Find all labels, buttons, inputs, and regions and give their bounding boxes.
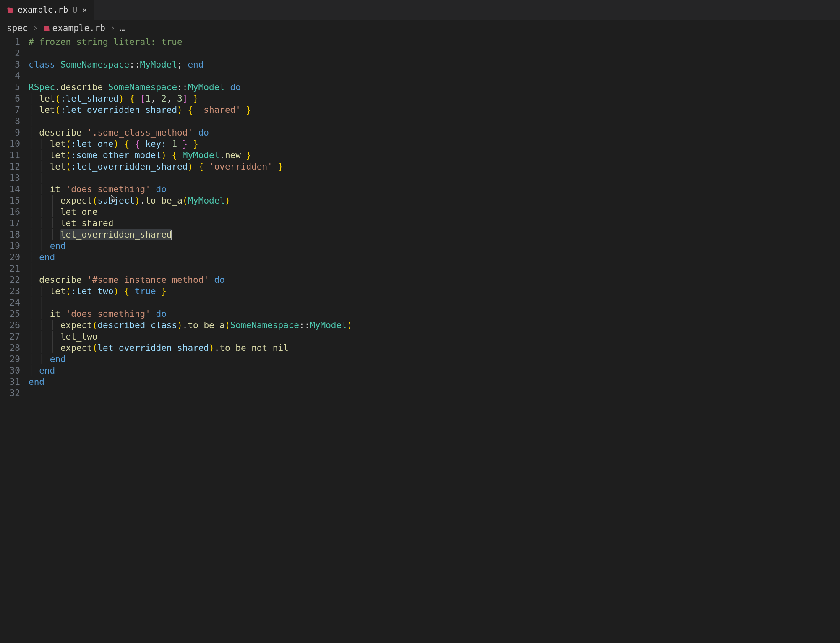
- line-number: 9: [0, 127, 20, 139]
- code-token: let_one: [60, 207, 98, 217]
- code-token: describe: [60, 82, 103, 92]
- code-token: let_two: [60, 332, 98, 342]
- code-token: be_a: [161, 196, 183, 206]
- code-token: SomeNamespace: [60, 60, 129, 70]
- breadcrumb-folder[interactable]: spec: [7, 23, 28, 34]
- code-token: (: [66, 150, 71, 160]
- code-token: be_not_nil: [235, 343, 288, 353]
- code-token: .: [140, 196, 146, 206]
- breadcrumb-file[interactable]: example.rb: [42, 23, 105, 34]
- line-number: 20: [0, 252, 20, 263]
- code-token: let_overridden_shared: [60, 230, 172, 240]
- line-number: 2: [0, 48, 20, 59]
- code-token: .: [219, 150, 225, 160]
- code-token: :some_other_model: [71, 150, 161, 160]
- code-token: }: [193, 139, 198, 149]
- line-number: 6: [0, 93, 20, 105]
- code-token: MyModel: [310, 320, 347, 330]
- code-token: MyModel: [140, 60, 177, 70]
- code-token: be_a: [203, 320, 225, 330]
- code-token: SomeNamespace: [230, 320, 299, 330]
- tab-bar: example.rb U ×: [0, 0, 840, 20]
- line-number: 4: [0, 71, 20, 82]
- chevron-right-icon: [110, 23, 115, 34]
- code-token: true: [135, 286, 156, 296]
- code-token: :let_shared: [60, 94, 119, 104]
- code-token: 1: [145, 94, 151, 104]
- line-number: 27: [0, 331, 20, 342]
- line-number: 17: [0, 218, 20, 229]
- code-token: .: [55, 82, 60, 92]
- code-token: described_class: [97, 320, 177, 330]
- code-token: describe: [39, 128, 81, 138]
- code-token: it: [50, 309, 60, 319]
- code-content[interactable]: # frozen_string_literal: true class Some…: [29, 37, 840, 399]
- breadcrumb-ellipsis[interactable]: …: [120, 23, 125, 34]
- code-token: {: [129, 94, 135, 104]
- line-number: 28: [0, 342, 20, 354]
- code-token: describe: [39, 275, 81, 285]
- code-token: expect: [60, 320, 92, 330]
- code-token: 'shared': [198, 105, 241, 115]
- code-token: # frozen_string_literal: true: [29, 37, 183, 47]
- line-number: 21: [0, 263, 20, 274]
- code-token: ): [225, 196, 230, 206]
- code-token: do: [214, 275, 225, 285]
- line-number: 25: [0, 308, 20, 320]
- code-token: {: [124, 139, 130, 149]
- line-number: 24: [0, 297, 20, 308]
- code-token: let: [50, 286, 66, 296]
- code-token: .: [183, 320, 188, 330]
- code-token: RSpec: [29, 82, 55, 92]
- code-token: it: [50, 184, 60, 194]
- code-token: ): [113, 139, 119, 149]
- code-token: ::: [129, 60, 140, 70]
- code-token: (: [66, 162, 71, 172]
- line-number: 12: [0, 161, 20, 173]
- code-token: ]: [183, 94, 188, 104]
- code-token: class: [29, 60, 55, 70]
- code-token: key:: [145, 139, 167, 149]
- code-token: let: [50, 150, 66, 160]
- code-token: MyModel: [188, 196, 225, 206]
- code-token: ): [209, 343, 214, 353]
- code-token: :let_two: [71, 286, 113, 296]
- line-number: 32: [0, 388, 20, 399]
- code-token: do: [156, 184, 167, 194]
- code-token: ): [119, 94, 124, 104]
- code-token: to: [145, 196, 156, 206]
- line-number: 13: [0, 173, 20, 184]
- line-number: 14: [0, 184, 20, 195]
- code-token: {: [135, 139, 140, 149]
- code-token: (: [183, 196, 188, 206]
- code-token: end: [50, 354, 66, 364]
- line-number: 3: [0, 59, 20, 71]
- code-token: (: [92, 196, 98, 206]
- code-token: :let_overridden_shared: [71, 162, 188, 172]
- code-token: }: [246, 150, 252, 160]
- text-cursor: [171, 230, 172, 240]
- tab-example-rb[interactable]: example.rb U ×: [0, 0, 95, 20]
- code-token: '.some_class_method': [87, 128, 193, 138]
- code-token: end: [188, 60, 203, 70]
- code-editor[interactable]: 1 2 3 4 5 6 7 8 9 10 11 12 13 14 15 16 1…: [0, 37, 840, 399]
- code-token: ::: [177, 82, 188, 92]
- code-token: let: [50, 139, 66, 149]
- tab-filename: example.rb: [18, 5, 68, 16]
- code-token: ,: [167, 94, 172, 104]
- code-token: expect: [60, 196, 92, 206]
- code-token: }: [193, 94, 198, 104]
- code-token: {: [198, 162, 204, 172]
- code-token: MyModel: [183, 150, 220, 160]
- code-token: 3: [177, 94, 183, 104]
- breadcrumb: spec example.rb …: [0, 20, 840, 37]
- code-token: ,: [151, 94, 156, 104]
- code-token: to: [188, 320, 198, 330]
- code-token: 2: [161, 94, 167, 104]
- close-icon[interactable]: ×: [81, 4, 89, 16]
- code-token: end: [29, 377, 44, 387]
- code-token: ): [177, 320, 183, 330]
- code-token: let_overridden_shared: [97, 343, 209, 353]
- code-token: subject: [97, 196, 135, 206]
- code-token: 1: [172, 139, 177, 149]
